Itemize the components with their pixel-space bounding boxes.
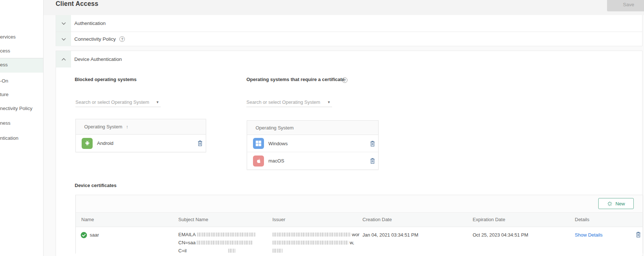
accordion-expand-strip[interactable] <box>56 15 71 32</box>
os-name: Windows <box>268 141 288 146</box>
issuer-line1: wor <box>272 231 360 237</box>
os-search-input[interactable] <box>246 99 328 105</box>
show-details-link[interactable]: Show Details <box>575 232 603 238</box>
new-button-label: New <box>615 201 625 206</box>
table-row-macos: macOS <box>247 152 378 169</box>
table-row-windows: Windows <box>247 135 378 152</box>
accordion-label: Authentication <box>74 21 106 26</box>
column-header-expiration-date[interactable]: Expiration Date <box>473 217 505 222</box>
delete-trash-icon[interactable] <box>197 140 203 147</box>
accordion-label: Connectivity Policy <box>74 36 116 42</box>
cert-os-table: Operating System Windows macOS <box>247 120 379 170</box>
subject-name-line2: CN=saa <box>178 239 252 245</box>
redacted-text <box>197 233 256 237</box>
new-certificate-button[interactable]: New <box>598 198 634 209</box>
redacted-area <box>171 253 404 256</box>
os-name: Android <box>97 140 113 146</box>
sidebar-item-authentication[interactable]: ntication <box>0 135 42 142</box>
column-header-creation-date[interactable]: Creation Date <box>362 217 392 222</box>
windows-os-icon <box>253 138 264 149</box>
android-os-icon <box>82 138 93 149</box>
dropdown-caret-icon[interactable]: ▾ <box>328 100 330 105</box>
device-certificates-heading: Device certificates <box>75 183 116 188</box>
table-header-row: Operating System <box>247 121 378 135</box>
help-icon[interactable]: ? <box>119 36 125 42</box>
top-header-bar: Client Access Save <box>43 0 644 15</box>
column-header-operating-system[interactable]: Operating System <box>256 125 294 131</box>
certificates-toolbar: New <box>76 195 643 213</box>
column-header-details[interactable]: Details <box>575 217 589 222</box>
expiration-date: Oct 25, 2023 04:34:51 PM <box>473 232 528 238</box>
sidebar-nav: ervices cess ess -On ture nectivity Poli… <box>0 0 44 256</box>
delete-trash-icon[interactable] <box>635 231 641 238</box>
column-header-subject-name[interactable]: Subject Name <box>178 217 208 222</box>
blocked-os-table: Operating System ↑ <box>75 119 206 152</box>
accordion-expand-strip[interactable] <box>56 32 71 46</box>
help-icon[interactable]: ? <box>342 77 347 83</box>
accordion-connectivity-policy[interactable]: Connectivity Policy ? <box>56 32 642 46</box>
certificate-name: saar <box>90 232 99 238</box>
blocked-os-heading: Blocked operating systems <box>75 77 137 82</box>
redacted-text <box>272 249 283 253</box>
sidebar-item-services[interactable]: ervices <box>0 34 42 40</box>
os-name: macOS <box>268 158 284 164</box>
delete-trash-icon[interactable] <box>369 157 376 164</box>
chevron-up-icon <box>62 58 66 61</box>
cert-os-search-dropdown[interactable]: ▾ <box>246 97 332 107</box>
device-certificates-table: New Name Subject Name Issuer Creation Da… <box>75 195 643 253</box>
save-button[interactable]: Save <box>607 0 644 11</box>
valid-check-icon <box>81 232 87 238</box>
delete-trash-icon[interactable] <box>369 140 376 147</box>
accordion-card-collapsed-sections: Authentication Connectivity Policy ? <box>56 15 643 46</box>
column-header-issuer[interactable]: Issuer <box>272 217 285 222</box>
sidebar-item-sign-on[interactable]: -On <box>0 78 42 84</box>
redacted-text <box>228 249 235 253</box>
require-cert-os-heading: Operating systems that require a certifi… <box>246 77 345 82</box>
accordion-authentication[interactable]: Authentication <box>56 15 642 32</box>
os-search-input[interactable] <box>75 99 156 105</box>
sidebar-item-awareness[interactable]: ness <box>0 120 42 127</box>
sort-ascending-icon[interactable]: ↑ <box>126 124 129 129</box>
sidebar-item-connectivity-policy[interactable]: nectivity Policy <box>0 106 42 112</box>
column-header-name[interactable]: Name <box>81 217 94 222</box>
blocked-os-search-dropdown[interactable]: ▾ <box>75 97 161 107</box>
certificate-row-saar: saar EMAILA CN=saa C=il wor w, <box>76 227 643 255</box>
accordion-card-device-authentication: Device Authentication Blocked operating … <box>56 51 643 256</box>
creation-date: Jan 04, 2021 03:34:51 PM <box>362 232 418 238</box>
issuer-line2: w, <box>272 239 354 245</box>
subject-name-line1: EMAILA <box>178 231 256 237</box>
page-title: Client Access <box>56 0 98 8</box>
dropdown-caret-icon[interactable]: ▾ <box>156 100 159 105</box>
spark-new-icon <box>607 201 613 206</box>
macos-apple-icon <box>253 156 264 167</box>
redacted-text <box>272 241 349 245</box>
column-header-operating-system[interactable]: Operating System <box>84 124 122 129</box>
accordion-collapse-strip[interactable] <box>56 51 71 67</box>
certificates-header-row: Name Subject Name Issuer Creation Date E… <box>76 213 643 227</box>
table-row-android: Android <box>76 135 206 152</box>
accordion-label: Device Authentication <box>74 56 122 62</box>
chevron-down-icon <box>62 38 66 41</box>
redacted-text <box>272 233 351 237</box>
redacted-text <box>197 241 252 245</box>
sidebar-item-client-access-selected[interactable]: ess <box>0 62 42 68</box>
accordion-device-authentication[interactable]: Device Authentication <box>56 51 642 67</box>
sidebar-item-access[interactable]: cess <box>0 48 42 54</box>
chevron-down-icon <box>62 22 66 25</box>
table-header-row: Operating System ↑ <box>76 119 206 135</box>
sidebar-item-signature[interactable]: ture <box>0 92 42 98</box>
